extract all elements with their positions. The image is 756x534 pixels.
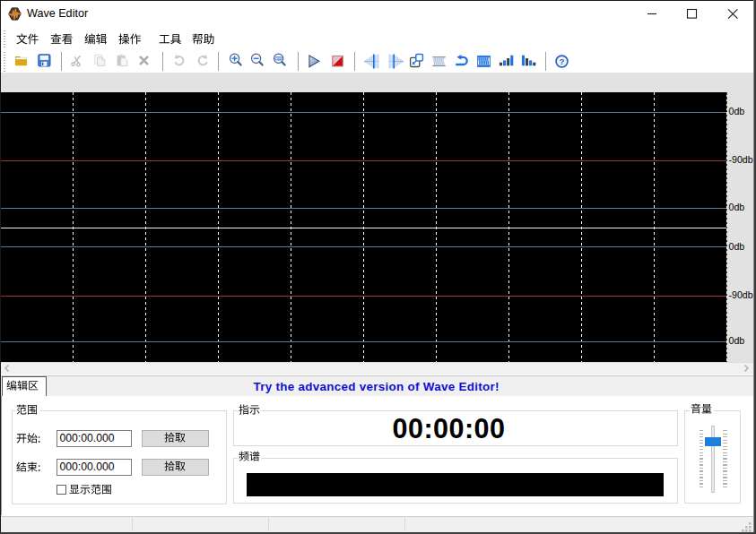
svg-text:?: ? — [560, 56, 565, 65]
svg-text:100: 100 — [276, 57, 282, 61]
